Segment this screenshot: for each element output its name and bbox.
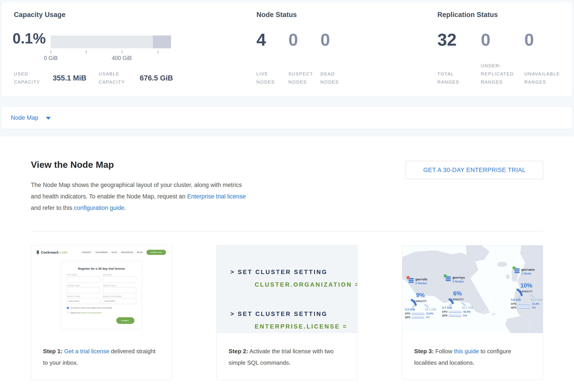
capacity-bar	[51, 36, 171, 48]
used-gib: 3.7 GiB	[442, 306, 452, 309]
enterprise-trial-license-link[interactable]: Enterprise trial license	[187, 193, 246, 200]
cpu-metric: CPU 42.5%	[442, 310, 475, 313]
capacity-bar-reserved-segment	[153, 36, 171, 48]
nav-item-blog[interactable]: BLOG	[137, 251, 143, 253]
mini-site-header: Cockroach LABS PRODUCT CUSTOMERS DOCS RE…	[31, 245, 172, 255]
mini-site-nav: PRODUCT CUSTOMERS DOCS RESOURCES BLOG DO…	[82, 250, 166, 255]
axis-tick	[86, 51, 86, 53]
cpu-sparkline	[517, 303, 530, 305]
suspect-nodes-stat: 0 SUSPECT NODES	[288, 31, 320, 86]
total-gib: 35.1 GiB	[425, 308, 436, 311]
total-ranges-label: TOTAL RANGES	[437, 70, 466, 86]
usable-capacity: USABLE CAPACITY 676.5 GiB	[99, 70, 173, 86]
under-replicated-ranges-label: UNDER-REPLICATED RANGES	[481, 62, 519, 86]
step3-card: 1 geo=sfo 2 Nodes 9%	[402, 245, 543, 380]
capacity-percent: 0.1%	[13, 31, 46, 46]
cpu-metric: CPU 12.3%	[511, 302, 543, 305]
first-name-input[interactable]	[67, 277, 101, 282]
step1-card: Cockroach LABS PRODUCT CUSTOMERS DOCS RE…	[31, 245, 172, 380]
used-capacity: USED CAPACITY 355.1 MiB	[14, 70, 86, 86]
unavailable-ranges-stat: 0 UNAVAILABLE RANGES	[524, 31, 568, 86]
registration-form-title: Register for a 30-day trial license	[67, 267, 136, 270]
nav-item-docs[interactable]: DOCS	[112, 251, 117, 253]
nav-item-product[interactable]: PRODUCT	[82, 251, 92, 253]
download-button[interactable]: DOWNLOAD	[146, 250, 166, 255]
map-node-ams[interactable]: ✓ geo=ams 1 Node 10%	[514, 268, 543, 309]
replication-status-title: Replication Status	[437, 11, 568, 19]
nav-item-customers[interactable]: CUSTOMERS	[96, 251, 108, 253]
last-name-input[interactable]	[102, 277, 136, 282]
map-node-nyc[interactable]: ✓ geo=nyc 2 Nodes 6%	[446, 276, 479, 317]
reason-select[interactable]: Please Select	[102, 298, 136, 304]
first-name-label: FIRST NAME	[67, 274, 101, 276]
submit-button[interactable]: SUBMIT	[116, 317, 134, 324]
qps-metric: QPS 0.0	[511, 306, 543, 309]
view-selector-dropdown[interactable]: Node Map	[11, 114, 38, 121]
checkbox-unchecked-icon[interactable]	[67, 312, 69, 314]
database-stack-icon: ✓	[514, 268, 520, 274]
logo-text: Cockroach	[41, 250, 59, 254]
axis-tick	[51, 51, 51, 53]
capacity-usage-title: Capacity Usage	[14, 11, 65, 19]
project-phase-select[interactable]: Please Select	[67, 298, 101, 304]
step2-card: > SET CLUSTER SETTING CLUSTER.ORGANIZATI…	[217, 245, 357, 380]
capacity-gauge: 9% CAPACITY	[408, 286, 433, 308]
database-stack-icon: ✓	[446, 276, 451, 282]
chevron-down-icon[interactable]	[46, 117, 51, 120]
qps-metric: QPS 0.0	[442, 314, 475, 317]
step2-label: Step 2:	[229, 348, 248, 355]
used-capacity-label: USED CAPACITY	[14, 70, 47, 86]
company-email-input[interactable]	[102, 287, 136, 293]
step2-caption: Step 2: Activate the trial license with …	[217, 333, 357, 368]
map-node-sfo[interactable]: 1 geo=sfo 2 Nodes 9%	[409, 278, 442, 318]
replication-status-section: Replication Status 32 TOTAL RANGES 0 UND…	[437, 11, 568, 86]
under-replicated-ranges-stat: 0 UNDER-REPLICATED RANGES	[481, 31, 524, 86]
email-updates-text: I would like to receive email updates ab…	[70, 307, 113, 309]
locality-node-count: 2 Nodes	[452, 280, 465, 283]
total-ranges-value: 32	[437, 31, 481, 48]
axis-tick-label: 400 GiB	[112, 55, 132, 61]
capacity-label: CAPACITY	[445, 298, 470, 301]
configuration-guide-link[interactable]: configuration guide	[74, 205, 124, 211]
company-email-label: COMPANY EMAIL	[102, 285, 136, 286]
license-agreement-text: I agree to the Software License Agreemen…	[70, 312, 102, 314]
capacity-details: USED CAPACITY 355.1 MiB USABLE CAPACITY …	[14, 70, 173, 86]
step3-label: Step 3:	[414, 348, 434, 355]
capacity-bar-used-segment	[51, 36, 51, 48]
intro-paragraph: The Node Map shows the geographical layo…	[31, 179, 252, 214]
company-name-input[interactable]	[67, 287, 101, 293]
cpu-value: 42.5%	[463, 310, 471, 313]
enterprise-trial-button[interactable]: GET A 30-DAY ENTERPRISE TRIAL	[406, 161, 543, 179]
qps-metric: QPS 4.7	[405, 316, 438, 318]
project-phase-label: PROJECT PHASE	[67, 296, 101, 297]
last-name-label: LAST NAME	[102, 274, 136, 276]
locality-node-count: 1 Node	[521, 272, 535, 275]
total-gib: 65.7 GiB	[462, 306, 473, 309]
checkbox-checked-icon[interactable]	[67, 307, 69, 309]
email-updates-checkbox-row: I would like to receive email updates ab…	[67, 307, 136, 309]
cpu-value: 11.0%	[426, 312, 433, 315]
healthy-node-badge: ✓	[512, 266, 516, 270]
license-agreement-checkbox-row: I agree to the Software License Agreemen…	[67, 312, 136, 314]
node-map-preview: 1 geo=sfo 2 Nodes 9%	[402, 245, 543, 333]
sql-commands-panel: > SET CLUSTER SETTING CLUSTER.ORGANIZATI…	[217, 245, 357, 333]
nav-item-resources[interactable]: RESOURCES	[121, 251, 133, 253]
qps-value: 4.7	[426, 316, 430, 318]
dead-nodes-value: 0	[320, 31, 352, 48]
live-nodes-label: LIVE NODES	[256, 70, 281, 86]
steps-cards-row: Cockroach LABS PRODUCT CUSTOMERS DOCS RE…	[31, 245, 543, 380]
step1-label: Step 1:	[43, 348, 62, 355]
this-guide-link[interactable]: this guide	[454, 348, 479, 355]
axis-tick	[158, 51, 158, 53]
get-trial-license-link[interactable]: Get a trial license	[64, 348, 109, 355]
registration-screenshot: Cockroach LABS PRODUCT CUSTOMERS DOCS RE…	[31, 245, 172, 333]
healthy-node-badge: ✓	[444, 274, 447, 278]
capacity-percent: 6%	[445, 290, 470, 297]
reason-label: REASON FOR INTEREST	[102, 296, 136, 297]
node-status-section: Node Status 4 LIVE NODES 0 SUSPECT NODES…	[256, 11, 352, 86]
cpu-sparkline	[449, 311, 461, 313]
cpu-metric: CPU 11.0%	[405, 312, 438, 315]
locality-name: geo=sfo	[415, 278, 427, 281]
software-license-link[interactable]: Software License Agreement.	[80, 312, 102, 314]
suspect-nodes-label: SUSPECT NODES	[288, 70, 317, 86]
